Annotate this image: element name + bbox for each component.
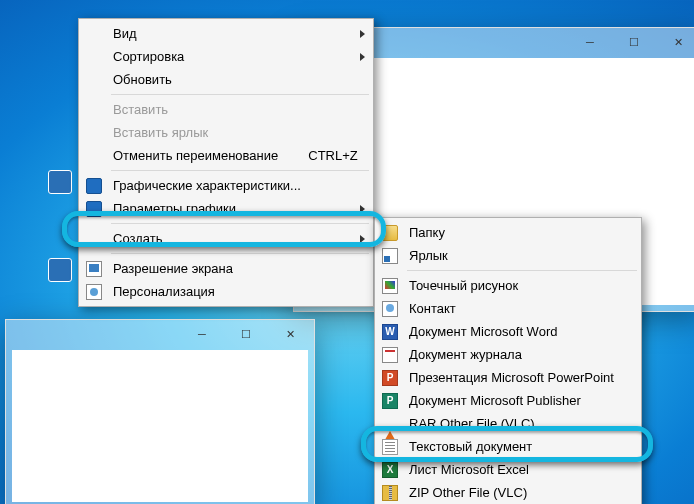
menu-item-label: Презентация Microsoft PowerPoint bbox=[409, 370, 619, 385]
excel-icon: X bbox=[382, 462, 398, 478]
publisher-icon: P bbox=[382, 393, 398, 409]
menu-item[interactable]: Графические характеристики... bbox=[81, 174, 371, 197]
menu-item[interactable]: Папку bbox=[377, 221, 639, 244]
menu-separator bbox=[111, 223, 369, 224]
menu-item-label: Разрешение экрана bbox=[113, 261, 351, 276]
menu-item[interactable]: Ярлык bbox=[377, 244, 639, 267]
menu-item-label: Точечный рисунок bbox=[409, 278, 619, 293]
menu-item-label: RAR Other File (VLC) bbox=[409, 416, 619, 431]
window-titlebar: ─ ☐ ✕ bbox=[6, 320, 314, 348]
chevron-right-icon bbox=[360, 235, 365, 243]
minimize-button[interactable]: ─ bbox=[570, 32, 610, 52]
menu-item-label: Папку bbox=[409, 225, 619, 240]
close-button[interactable]: ✕ bbox=[270, 324, 310, 344]
folder-icon bbox=[382, 225, 398, 241]
chevron-right-icon bbox=[360, 205, 365, 213]
menu-item[interactable]: Параметры графики bbox=[81, 197, 371, 220]
menu-item-label: Текстовый документ bbox=[409, 439, 619, 454]
menu-item[interactable]: PПрезентация Microsoft PowerPoint bbox=[377, 366, 639, 389]
chevron-right-icon bbox=[360, 30, 365, 38]
menu-item: Вставить bbox=[81, 98, 371, 121]
menu-item-label: Вставить ярлык bbox=[113, 125, 351, 140]
maximize-button[interactable]: ☐ bbox=[614, 32, 654, 52]
menu-item[interactable]: Обновить bbox=[81, 68, 371, 91]
ppt-icon: P bbox=[382, 370, 398, 386]
menu-item[interactable]: Создать bbox=[81, 227, 371, 250]
create-submenu: ПапкуЯрлыкТочечный рисунокКонтактWДокуме… bbox=[374, 217, 642, 504]
txt-icon bbox=[382, 439, 398, 455]
menu-separator bbox=[407, 270, 637, 271]
menu-item-label: Графические характеристики... bbox=[113, 178, 351, 193]
menu-item-label: Контакт bbox=[409, 301, 619, 316]
menu-separator bbox=[111, 94, 369, 95]
menu-item[interactable]: Персонализация bbox=[81, 280, 371, 303]
menu-item[interactable]: RAR Other File (VLC) bbox=[377, 412, 639, 435]
menu-item[interactable]: WДокумент Microsoft Word bbox=[377, 320, 639, 343]
menu-item[interactable]: Точечный рисунок bbox=[377, 274, 639, 297]
menu-item[interactable]: Сортировка bbox=[81, 45, 371, 68]
desktop-icon-1[interactable] bbox=[48, 170, 72, 194]
screen-icon bbox=[86, 261, 102, 277]
menu-item-label: Параметры графики bbox=[113, 201, 351, 216]
close-button[interactable]: ✕ bbox=[658, 32, 694, 52]
desktop-icon-2[interactable] bbox=[48, 258, 72, 282]
menu-item-label: Вид bbox=[113, 26, 351, 41]
menu-item-label: Создать bbox=[113, 231, 351, 246]
zip-icon bbox=[382, 485, 398, 501]
menu-item[interactable]: Отменить переименованиеCTRL+Z bbox=[81, 144, 371, 167]
menu-item-label: Сортировка bbox=[113, 49, 351, 64]
menu-item[interactable]: ZIP Other File (VLC) bbox=[377, 481, 639, 504]
bmp-icon bbox=[382, 278, 398, 294]
menu-item-label: Обновить bbox=[113, 72, 351, 87]
menu-item[interactable]: Разрешение экрана bbox=[81, 257, 371, 280]
menu-item[interactable]: Контакт bbox=[377, 297, 639, 320]
intel-icon bbox=[86, 201, 102, 217]
menu-item-label: Ярлык bbox=[409, 248, 619, 263]
word-icon: W bbox=[382, 324, 398, 340]
menu-item[interactable]: Документ журнала bbox=[377, 343, 639, 366]
menu-separator bbox=[111, 170, 369, 171]
menu-item-label: Документ Microsoft Word bbox=[409, 324, 619, 339]
menu-item-label: ZIP Other File (VLC) bbox=[409, 485, 619, 500]
menu-item[interactable]: Текстовый документ bbox=[377, 435, 639, 458]
maximize-button[interactable]: ☐ bbox=[226, 324, 266, 344]
background-window-2: ─ ☐ ✕ bbox=[5, 319, 315, 504]
menu-item[interactable]: PДокумент Microsoft Publisher bbox=[377, 389, 639, 412]
menu-item-label: Документ журнала bbox=[409, 347, 619, 362]
menu-item[interactable]: XЛист Microsoft Excel bbox=[377, 458, 639, 481]
menu-item[interactable]: Вид bbox=[81, 22, 371, 45]
menu-separator bbox=[111, 253, 369, 254]
menu-item-shortcut: CTRL+Z bbox=[308, 148, 357, 163]
contact-icon bbox=[382, 301, 398, 317]
menu-item-label: Отменить переименование bbox=[113, 148, 278, 163]
shortcut-icon bbox=[382, 248, 398, 264]
menu-item-label: Документ Microsoft Publisher bbox=[409, 393, 619, 408]
menu-item-label: Лист Microsoft Excel bbox=[409, 462, 619, 477]
menu-item-label: Вставить bbox=[113, 102, 351, 117]
journal-icon bbox=[382, 347, 398, 363]
vlc-icon bbox=[382, 416, 398, 432]
menu-item-label: Персонализация bbox=[113, 284, 351, 299]
minimize-button[interactable]: ─ bbox=[182, 324, 222, 344]
personalize-icon bbox=[86, 284, 102, 300]
desktop-context-menu: ВидСортировкаОбновитьВставитьВставить яр… bbox=[78, 18, 374, 307]
intel-icon bbox=[86, 178, 102, 194]
chevron-right-icon bbox=[360, 53, 365, 61]
menu-item: Вставить ярлык bbox=[81, 121, 371, 144]
